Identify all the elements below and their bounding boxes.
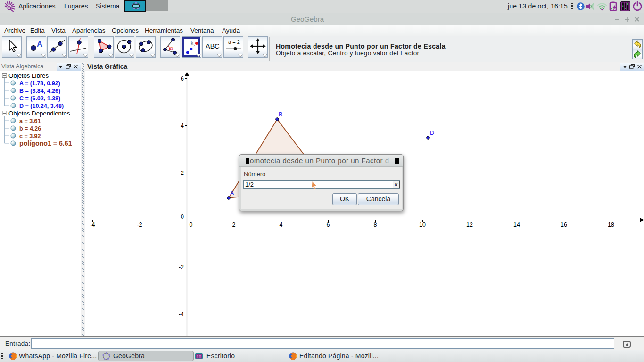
svg-text:2: 2 <box>232 222 236 228</box>
svg-text:18: 18 <box>608 222 614 228</box>
svg-text:0: 0 <box>190 222 193 228</box>
svg-text:2: 2 <box>181 170 184 176</box>
svg-text:a = 3.61: a = 3.61 <box>19 118 41 124</box>
svg-text:k: k <box>190 40 194 47</box>
svg-text:α: α <box>170 44 173 51</box>
svg-text:polígono1 = 6.61: polígono1 = 6.61 <box>19 140 72 147</box>
svg-text:c = 3.92: c = 3.92 <box>19 133 41 140</box>
svg-text:A: A <box>230 190 234 197</box>
svg-text:D: D <box>430 130 434 136</box>
svg-text:14: 14 <box>513 222 520 228</box>
svg-text:12: 12 <box>466 222 473 228</box>
svg-text:a = 2: a = 2 <box>228 39 240 45</box>
svg-text:Objetos Libres: Objetos Libres <box>8 72 49 79</box>
svg-text:10: 10 <box>419 222 426 228</box>
svg-text:8: 8 <box>374 222 377 228</box>
svg-text:-2: -2 <box>137 222 142 228</box>
svg-text:A: A <box>37 40 42 49</box>
svg-text:-4: -4 <box>90 222 95 228</box>
svg-text:4: 4 <box>280 222 283 228</box>
svg-text:D = (10.24, 3.48): D = (10.24, 3.48) <box>19 103 64 109</box>
svg-text:16: 16 <box>561 222 567 228</box>
svg-text:A = (1.78, 0.92): A = (1.78, 0.92) <box>19 80 60 87</box>
svg-text:6: 6 <box>181 75 184 82</box>
svg-text:6: 6 <box>327 222 330 228</box>
svg-text:B = (3.84, 4.26): B = (3.84, 4.26) <box>19 88 60 94</box>
svg-text:ABC: ABC <box>206 42 220 50</box>
svg-text:-4: -4 <box>179 311 184 318</box>
svg-text:4: 4 <box>181 123 184 129</box>
svg-text:B: B <box>279 111 282 118</box>
svg-text:C = (6.02, 1.38): C = (6.02, 1.38) <box>19 95 60 102</box>
svg-text:0: 0 <box>181 214 184 220</box>
svg-text:b = 4.26: b = 4.26 <box>19 125 41 132</box>
svg-text:Objetos Dependientes: Objetos Dependientes <box>8 110 70 117</box>
svg-text:-2: -2 <box>179 264 184 271</box>
